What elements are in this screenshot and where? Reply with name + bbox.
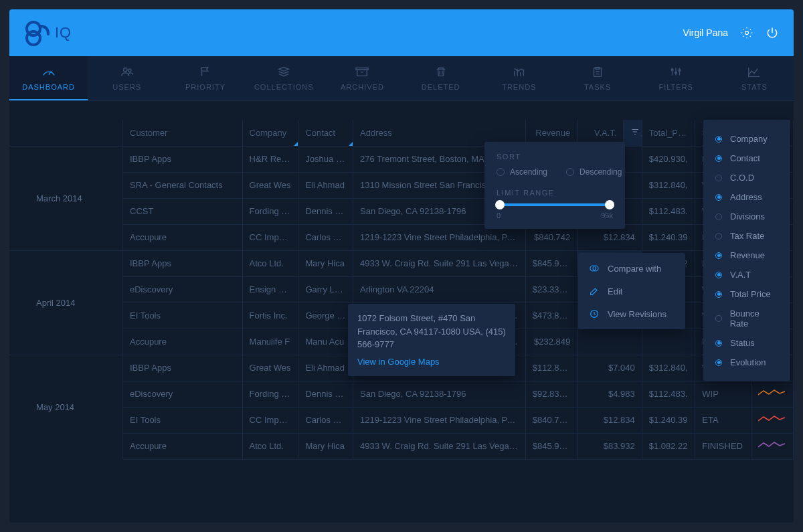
- column-option[interactable]: Total Price: [703, 284, 790, 304]
- cell-customer: eDiscovery: [123, 276, 242, 302]
- content: March 2014 April 2014 May 2014 Customer …: [9, 101, 794, 460]
- column-option[interactable]: Address: [703, 187, 790, 207]
- col-total-price[interactable]: Total_Price: [642, 120, 695, 146]
- radio-icon: [715, 291, 722, 298]
- history-icon: [589, 308, 600, 319]
- radio-icon: [715, 194, 722, 201]
- ctx-edit[interactable]: Edit: [578, 280, 685, 302]
- cell-vat: [577, 329, 642, 355]
- table-wrap: Customer Company Contact Address Revenue…: [123, 120, 794, 460]
- range-min: 0: [497, 211, 501, 219]
- table-row[interactable]: eDiscoveryFording FieDennis VillSan Dieg…: [123, 381, 794, 407]
- nav-archived[interactable]: ARCHIVED: [323, 56, 402, 100]
- cell-company: Fording Fie: [242, 198, 298, 224]
- cell-spark: [751, 433, 794, 459]
- month-column: March 2014 April 2014 May 2014: [9, 120, 123, 460]
- username[interactable]: Virgil Pana: [683, 27, 728, 38]
- cell-contact: Manu Acu: [298, 329, 353, 355]
- table-row[interactable]: AccupureAtco Ltd.Mary Hica4933 W. Craig …: [123, 433, 794, 459]
- column-option[interactable]: Revenue: [703, 246, 790, 265]
- address-popover: 1072 Folsom Street, #470 San Francisco, …: [348, 304, 515, 376]
- ctx-revisions[interactable]: View Revisions: [578, 302, 685, 325]
- radio-icon: [715, 315, 722, 322]
- sort-descending[interactable]: Descending: [566, 167, 622, 177]
- cell-contact: Garry Lock: [298, 276, 353, 302]
- svg-point-8: [679, 70, 681, 72]
- app-shell: IQ Virgil Pana DASHBOARD USERS PRIORITY: [9, 9, 794, 523]
- nav-label: TASKS: [584, 83, 611, 91]
- col-contact[interactable]: Contact: [298, 120, 353, 146]
- column-option[interactable]: Contact: [703, 149, 790, 168]
- cell-address: 4933 W. Craig Rd. Suite 291 Las Vegas, N…: [353, 250, 526, 276]
- cell-revenue: $840.742,: [525, 407, 577, 433]
- nav-users[interactable]: USERS: [88, 56, 166, 100]
- svg-point-1: [27, 31, 40, 45]
- cell-company: Atco Ltd.: [242, 433, 298, 459]
- column-option[interactable]: Tax Rate: [703, 226, 790, 246]
- column-option[interactable]: Company: [703, 129, 790, 149]
- cell-spark: [751, 381, 794, 407]
- nav-priority[interactable]: PRIORITY: [166, 56, 244, 100]
- cell-contact: George Bu: [298, 302, 353, 329]
- sort-ascending[interactable]: Ascending: [497, 167, 547, 177]
- table-row[interactable]: AccupureCC ImperiaCarlos Rica1219-1223 V…: [123, 224, 794, 250]
- radio-icon: [715, 340, 722, 347]
- table-row[interactable]: SRA - General ContactsGreat WesEli Ahmad…: [123, 172, 794, 198]
- radio-icon: [715, 359, 722, 366]
- cell-company: Great Wes: [242, 172, 298, 198]
- nav-filters[interactable]: FILTERS: [637, 56, 715, 100]
- column-option[interactable]: Evolution: [703, 353, 790, 372]
- nav-label: DELETED: [422, 83, 460, 91]
- column-option[interactable]: Status: [703, 333, 790, 353]
- cell-customer: Accupure: [123, 329, 242, 355]
- nav-stats[interactable]: STATS: [715, 56, 794, 100]
- cell-customer: EI Tools: [123, 302, 242, 329]
- cell-total: $112.483.: [642, 381, 695, 407]
- table-row[interactable]: IBBP AppsH&R Real IJoshua O'N276 Tremont…: [123, 146, 794, 172]
- col-customer[interactable]: Customer: [123, 120, 242, 146]
- address-text: 1072 Folsom Street, #470 San Francisco, …: [357, 312, 506, 351]
- cell-revenue: $473.843,: [525, 302, 577, 329]
- cell-vat: $4.983: [577, 381, 642, 407]
- ctx-compare[interactable]: Compare with: [578, 257, 685, 280]
- cell-contact: Carlos Rica: [298, 224, 353, 250]
- table-row[interactable]: EI ToolsCC ImperiaCarlos Rica1219-1223 V…: [123, 407, 794, 433]
- column-option[interactable]: Divisions: [703, 207, 790, 226]
- table-row[interactable]: eDiscoveryEnsign EneGarry LockArlington …: [123, 276, 794, 302]
- nav-trends[interactable]: TRENDS: [480, 56, 558, 100]
- cell-vat: $7.040: [577, 355, 642, 381]
- nav-dashboard[interactable]: DASHBOARD: [9, 56, 88, 100]
- nav-tasks[interactable]: TASKS: [558, 56, 636, 100]
- cell-total: $420.930,: [642, 146, 695, 172]
- column-option[interactable]: V.A.T: [703, 265, 790, 284]
- cell-contact: Carlos Rica: [298, 407, 353, 433]
- cell-company: CC Imperia: [242, 224, 298, 250]
- column-option[interactable]: C.O.D: [703, 168, 790, 187]
- cell-company: Manulife F: [242, 329, 298, 355]
- cell-contact: Mary Hica: [298, 433, 353, 459]
- limit-label: LIMIT RANGE: [497, 189, 613, 197]
- radio-icon: [715, 136, 722, 143]
- table-row[interactable]: CCSTFording FieDennis VillSan Diego, CA …: [123, 198, 794, 224]
- radio-icon: [715, 175, 722, 181]
- column-option[interactable]: Bounce Rate: [703, 304, 790, 333]
- table-row[interactable]: IBBP AppsAtco Ltd.Mary Hica4933 W. Craig…: [123, 250, 794, 276]
- col-company[interactable]: Company: [242, 120, 298, 146]
- nav-collections[interactable]: COLLECTIONS: [245, 56, 323, 100]
- nav-label: STATS: [741, 83, 768, 91]
- col-filter-icon[interactable]: [624, 120, 642, 146]
- cell-contact: Joshua O'N: [298, 146, 353, 172]
- cell-customer: eDiscovery: [123, 381, 242, 407]
- cell-customer: Accupure: [123, 433, 242, 459]
- power-icon[interactable]: [766, 26, 779, 39]
- range-slider[interactable]: 0 95k: [497, 203, 613, 219]
- sort-popover: SORT Ascending Descending LIMIT RANGE 0 …: [484, 142, 625, 229]
- cell-company: H&R Real I: [242, 146, 298, 172]
- settings-icon[interactable]: [740, 26, 753, 39]
- radio-icon: [715, 155, 722, 162]
- view-in-maps-link[interactable]: View in Google Maps: [357, 355, 506, 369]
- nav-deleted[interactable]: DELETED: [402, 56, 480, 100]
- cell-revenue: $92.833,9: [525, 381, 577, 407]
- cell-spark: [751, 407, 794, 433]
- sort-label: SORT: [497, 153, 613, 161]
